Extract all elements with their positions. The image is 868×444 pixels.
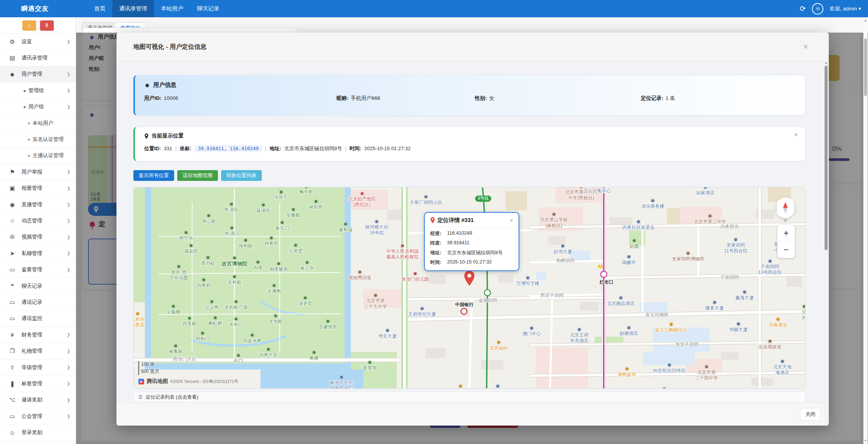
- menu-icon: ❒: [8, 348, 17, 355]
- sidebar-item-user-mgmt[interactable]: ☻ 用户管理 ❯: [0, 66, 76, 83]
- map-label: 如家酒店: [696, 187, 715, 196]
- sidebar-item-contacts[interactable]: ▤ 通讯录管理: [0, 50, 76, 66]
- top-navbar: 瞬遇交友 首页通讯录管理本站用户聊天记录 ⟳ ⚛ 欢迎, admin ▾: [0, 0, 868, 17]
- sidebar-item-live[interactable]: ◉ 直播管理 ❯: [0, 197, 76, 213]
- user-dropdown[interactable]: 欢迎, admin ▾: [830, 5, 861, 12]
- sidebar-item-label: 主播认证管理: [33, 152, 70, 159]
- sidebar-item-settings[interactable]: ⚙ 设置 ❯: [0, 34, 76, 50]
- location-detail-popup: 定位详情 #331 × 经度:116.410249纬度:39.916411地址:…: [424, 212, 519, 271]
- location-records-bar[interactable]: ☰ 定位记录列表 (点击查看): [133, 392, 805, 403]
- user-info-card: ☻用户信息 用户ID:10006昵称:手机用户666性别:女定位记录:1 条: [133, 75, 805, 116]
- sidebar-item-call-logs[interactable]: ▭ 通话记录: [0, 294, 76, 310]
- chevron-right-icon: ❯: [67, 39, 70, 44]
- sidebar-item-moments[interactable]: ☆ 动态管理 ❯: [0, 213, 76, 229]
- sidebar-item-tags[interactable]: ❚ 标签管理 ❯: [0, 376, 76, 392]
- map-label: 南三所: [300, 261, 314, 271]
- map-label: 太和殿广场: [224, 300, 248, 310]
- scroll-down-icon[interactable]: ▼: [864, 439, 867, 442]
- toggle-location-list-button[interactable]: 切换位置列表: [221, 170, 262, 181]
- menu-icon: ⇧: [8, 364, 17, 371]
- sidebar-item-anchor-auth[interactable]: » 主播认证管理: [0, 148, 76, 164]
- modal-scrollbar-thumb[interactable]: [825, 66, 828, 250]
- sidebar-item-chat-logs[interactable]: ❝ 聊天记录: [0, 278, 76, 294]
- location-marker-pin[interactable]: [464, 270, 475, 286]
- popup-close-icon[interactable]: ×: [510, 217, 513, 224]
- sidebar-item-user-report[interactable]: ⚑ 用户举报 ❯: [0, 164, 76, 180]
- modal-body: ☻用户信息 用户ID:10006昵称:手机用户666性别:女定位记录:1 条 当…: [116, 61, 829, 403]
- map-label: 乾清宫: [224, 202, 238, 213]
- sidebar-item-finance[interactable]: ¥ 财务管理 ❯: [0, 327, 76, 343]
- nav-contacts[interactable]: 通讯录管理: [112, 0, 154, 17]
- sidebar-item-invite-rewards[interactable]: ⌥ 邀请奖励 ❯: [0, 392, 76, 408]
- sidebar-scrollbar[interactable]: ▲ ▼: [863, 17, 868, 444]
- address-value: 北京市东城区锡拉胡同8号: [284, 145, 342, 152]
- user-info-title: 用户信息: [153, 81, 176, 89]
- avatar[interactable]: ⚛: [812, 3, 823, 15]
- app-brand: 瞬遇交友: [21, 4, 49, 13]
- map-label: 内金水桥: [243, 333, 261, 344]
- scroll-up-icon[interactable]: ▲: [825, 61, 828, 65]
- modal-close-icon[interactable]: ×: [803, 42, 808, 52]
- menu-icon: ▭: [8, 266, 17, 273]
- scroll-up-icon[interactable]: ▲: [864, 19, 867, 22]
- sidebar-item-login-rewards[interactable]: ☺ 登录奖励: [0, 424, 76, 441]
- menu-icon: ▭: [8, 315, 17, 322]
- compass-control[interactable]: [775, 197, 796, 218]
- map-label: 普度寺: [363, 361, 377, 371]
- show-all-locations-button[interactable]: 显示所有位置: [133, 170, 174, 181]
- sidebar-item-call-monitor[interactable]: ▭ 通话监控: [0, 311, 76, 327]
- location-card-close-icon[interactable]: ×: [794, 131, 798, 139]
- sidebar-item-site-users[interactable]: » 本站用户: [0, 115, 76, 131]
- clear-button[interactable]: ⚱: [40, 20, 54, 31]
- sidebar-item-label: 管理组: [28, 87, 67, 94]
- map-label: 断虹桥: [208, 316, 222, 326]
- sidebar-item-video[interactable]: ✇ 视频管理 ❯: [0, 229, 76, 245]
- user-info-fields: 用户ID:10006昵称:手机用户666性别:女定位记录:1 条: [144, 95, 796, 102]
- sidebar-item-label: 登录奖励: [22, 429, 70, 436]
- sidebar-item-label: 用户管理: [22, 71, 67, 78]
- home-button[interactable]: ⌂: [22, 20, 36, 31]
- nav-home[interactable]: 首页: [87, 0, 112, 17]
- current-location-card: 当前显示位置 × 位置ID: 331 | 坐标: 39.916411, 116.…: [133, 127, 805, 161]
- map-label: 日春茶业: [769, 318, 787, 328]
- map-label: 北京市第 二十四中学: [695, 365, 718, 381]
- modal-title: 地图可视化 - 用户定位信息: [133, 43, 206, 51]
- map-label: 熙和门: [196, 331, 210, 342]
- menu-icon: ▭: [8, 299, 17, 306]
- pin-icon: [144, 133, 149, 139]
- user-info-field: 性别:女: [475, 95, 641, 102]
- sidebar-item-realname-auth[interactable]: » 实名认证管理: [0, 131, 76, 147]
- close-button[interactable]: 关闭: [800, 408, 821, 421]
- map-label: 8号线: [475, 195, 491, 202]
- chevron-right-icon: ❯: [67, 267, 70, 272]
- sidebar-item-user-group[interactable]: ▸ 用户组 ❯: [0, 99, 76, 115]
- map-label: 咸若馆: [184, 244, 198, 254]
- zoom-in-button[interactable]: +: [777, 225, 795, 242]
- sidebar-item-guild[interactable]: ▭ 公会管理 ❯: [0, 408, 76, 424]
- map-label: 西华门大街: [173, 356, 196, 362]
- tencent-maps-logo-icon: [138, 379, 144, 384]
- map-canvas[interactable]: 乾清宫延禧宫皇极殿铭刻馆东筒子养心殿乾清门奉先门慈宁宫钟表馆九龙壁咸若馆保和殿造…: [133, 187, 805, 389]
- sidebar-item-levels[interactable]: ⇧ 等级管理 ❯: [0, 360, 76, 376]
- sidebar-item-label: 财务管理: [22, 331, 67, 338]
- fit-map-bounds-button[interactable]: 适应地图范围: [177, 170, 218, 181]
- sidebar-item-private-chat[interactable]: ➤ 私聊管理 ❯: [0, 245, 76, 262]
- map-label: 故宫博物院: [221, 256, 248, 267]
- sidebar-item-gifts[interactable]: ❒ 礼物管理 ❯: [0, 343, 76, 359]
- map-label: 延禧宫: [256, 203, 270, 214]
- menu-icon: ▭: [8, 413, 17, 420]
- map-label: 灯市口: [600, 280, 614, 285]
- map-label: 清史馆: [298, 296, 312, 306]
- refresh-icon[interactable]: ⟳: [800, 4, 806, 13]
- nav-site-users[interactable]: 本站用户: [154, 0, 190, 17]
- sidebar-item-admin-group[interactable]: ▸ 管理组 ❯: [0, 83, 76, 99]
- map-label: 骑河楼大街 16号院: [365, 220, 388, 236]
- map-visualization-modal: 地图可视化 - 用户定位信息 × ☻用户信息 用户ID:10006昵称:手机用户…: [116, 33, 829, 426]
- nav-chat-logs[interactable]: 聊天记录: [190, 0, 226, 17]
- zoom-out-button[interactable]: −: [777, 242, 795, 258]
- sidebar-item-album[interactable]: ▣ 相册管理 ❯: [0, 181, 76, 197]
- sidebar-item-content-review[interactable]: ▭ 鉴黄管理 ❯: [0, 262, 76, 278]
- sidebar-scrollbar-thumb[interactable]: [864, 38, 867, 96]
- map-label: 柏树胡同: [556, 258, 575, 263]
- sidebar-item-label: 公会管理: [22, 413, 67, 420]
